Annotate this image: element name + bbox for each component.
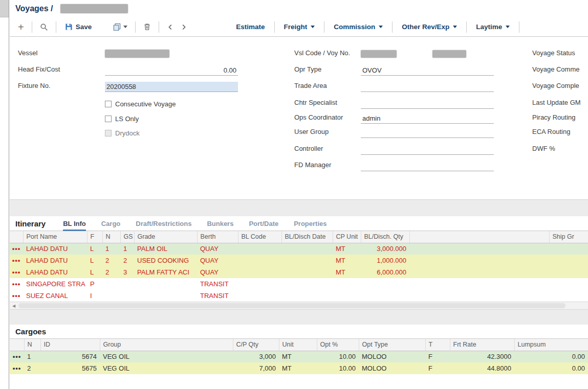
row-menu-button[interactable]: ••• [10, 255, 23, 266]
col-berth[interactable]: Berth [197, 231, 238, 243]
cell-bl-code[interactable] [238, 290, 281, 302]
cell-bl-disch-qty[interactable] [361, 290, 409, 302]
cell-port-name[interactable]: LAHAD DATU [23, 255, 87, 266]
cell-opt-pct[interactable]: 10.00 [317, 351, 359, 362]
cell-t[interactable]: F [425, 351, 450, 362]
cell-f[interactable]: L [87, 266, 102, 278]
col-bl-code[interactable]: BL Code [238, 231, 281, 243]
cell-frt-rate[interactable]: 42.3000 [450, 351, 514, 362]
cell-ship-gr[interactable] [549, 255, 588, 266]
cell-n[interactable]: 2 [24, 362, 40, 374]
cell-cp-unit[interactable]: MT [333, 255, 361, 266]
row-menu-button[interactable]: ••• [10, 243, 23, 255]
cell-berth[interactable]: QUAY [197, 266, 238, 278]
col-frt-rate[interactable]: Frt Rate [450, 339, 514, 351]
cell-n[interactable] [102, 278, 120, 290]
fd-manager-input[interactable] [361, 161, 494, 171]
cell-n[interactable]: 2 [102, 255, 120, 266]
scrollbar-track[interactable] [18, 302, 588, 309]
cell-grade[interactable]: PALM FATTY ACI [134, 266, 197, 278]
col-ship-gr[interactable]: Ship Gr [549, 231, 588, 243]
cell-bl-disch-date[interactable] [281, 278, 333, 290]
cell-berth[interactable]: TRANSIT [197, 290, 238, 302]
drydock-checkbox[interactable]: Drydock [105, 128, 140, 138]
copy-voyage-button[interactable] [110, 21, 130, 32]
row-menu-button[interactable]: ••• [10, 362, 24, 374]
user-group-input[interactable] [361, 128, 494, 138]
col-bl-disch-qty[interactable]: BL/Disch. Qty [361, 231, 409, 243]
cell-berth[interactable]: TRANSIT [197, 278, 238, 290]
cargo-row[interactable]: ••• 1 5674 VEG OIL 3,000 MT 10.00 MOLOO … [10, 351, 588, 362]
cell-grade[interactable] [134, 290, 197, 302]
row-menu-button[interactable]: ••• [10, 290, 23, 302]
tab-bl-info[interactable]: BL Info [63, 220, 86, 227]
opr-type-input[interactable] [361, 65, 494, 76]
cell-opt-pct[interactable]: 10.00 [317, 362, 359, 374]
itinerary-hscrollbar[interactable]: ◀ [10, 302, 588, 309]
cell-bl-disch-qty[interactable]: 6,000.000 [361, 266, 409, 278]
cell-bl-code[interactable] [238, 266, 281, 278]
commission-menu-button[interactable]: Commission [329, 21, 387, 33]
cell-bl-code[interactable] [238, 243, 281, 255]
cell-group[interactable]: VEG OIL [100, 351, 233, 362]
cell-id[interactable]: 5675 [40, 362, 100, 374]
cell-bl-code[interactable] [238, 255, 281, 266]
tab-properties[interactable]: Properties [294, 220, 326, 227]
cell-cp-unit[interactable]: MT [333, 266, 361, 278]
col-grade[interactable]: Grade [134, 231, 197, 243]
itinerary-row[interactable]: ••• LAHAD DATU L 2 2 USED COOKING QUAY M… [10, 255, 588, 266]
col-group[interactable]: Group [100, 339, 233, 351]
controller-input[interactable] [361, 145, 494, 155]
ops-coordinator-input[interactable] [361, 113, 494, 124]
cell-gs[interactable] [120, 278, 134, 290]
cell-port-name[interactable]: LAHAD DATU [23, 243, 87, 255]
cell-ship-gr[interactable] [549, 243, 588, 255]
cell-gs[interactable]: 2 [120, 255, 134, 266]
ls-only-checkbox[interactable]: LS Only [105, 113, 139, 124]
cell-gs[interactable] [120, 290, 134, 302]
row-menu-button[interactable]: ••• [10, 266, 23, 278]
scrollbar-thumb[interactable] [18, 303, 565, 308]
laytime-menu-button[interactable]: Laytime [471, 21, 514, 33]
cell-group[interactable]: VEG OIL [100, 362, 233, 374]
scroll-left-button[interactable]: ◀ [10, 302, 18, 309]
col-n[interactable]: N [24, 339, 40, 351]
cell-gs[interactable]: 3 [120, 266, 134, 278]
tab-bunkers[interactable]: Bunkers [207, 220, 233, 227]
save-button[interactable]: Save [61, 21, 96, 32]
estimate-menu-button[interactable]: Estimate [231, 21, 269, 33]
row-menu-button[interactable]: ••• [10, 351, 24, 362]
voy-no-field[interactable] [432, 49, 496, 59]
cell-port-name[interactable]: LAHAD DATU [23, 266, 87, 278]
cell-ship-gr[interactable] [549, 278, 588, 290]
col-f[interactable]: F [87, 231, 102, 243]
cell-grade[interactable]: USED COOKING [134, 255, 197, 266]
col-bl-disch-date[interactable]: BL/Disch Date [281, 231, 333, 243]
cell-bl-code[interactable] [238, 278, 281, 290]
cell-n[interactable]: 1 [24, 351, 40, 362]
cell-lumpsum[interactable]: 0.00 [514, 351, 588, 362]
delete-button[interactable] [140, 21, 154, 32]
col-lumpsum[interactable]: Lumpsum [514, 339, 588, 351]
col-cp-unit[interactable]: CP Unit [333, 231, 361, 243]
cell-bl-disch-qty[interactable]: 3,000.000 [361, 243, 409, 255]
head-fix-cost-input[interactable] [105, 65, 238, 76]
col-gs[interactable]: GS [120, 231, 134, 243]
itinerary-row[interactable]: ••• LAHAD DATU L 2 3 PALM FATTY ACI QUAY… [10, 266, 588, 278]
chtr-specialist-input[interactable] [361, 99, 494, 109]
cell-f[interactable]: L [87, 243, 102, 255]
cell-berth[interactable]: QUAY [197, 255, 238, 266]
other-rev-exp-menu-button[interactable]: Other Rev/Exp [397, 21, 462, 33]
vessel-field[interactable] [105, 49, 238, 59]
cell-cp-qty[interactable]: 7,000 [233, 362, 279, 374]
row-menu-button[interactable]: ••• [10, 278, 23, 290]
cell-f[interactable]: I [87, 290, 102, 302]
cell-cp-unit[interactable] [333, 290, 361, 302]
cell-n[interactable]: 1 [102, 243, 120, 255]
cell-id[interactable]: 5674 [40, 351, 100, 362]
col-n[interactable]: N [102, 231, 120, 243]
vsl-code-field[interactable] [361, 49, 425, 59]
cell-opt-type[interactable]: MOLOO [359, 351, 425, 362]
itinerary-row[interactable]: ••• SINGAPORE STRA P TRANSIT [10, 278, 588, 290]
fixture-no-input[interactable] [105, 82, 238, 92]
